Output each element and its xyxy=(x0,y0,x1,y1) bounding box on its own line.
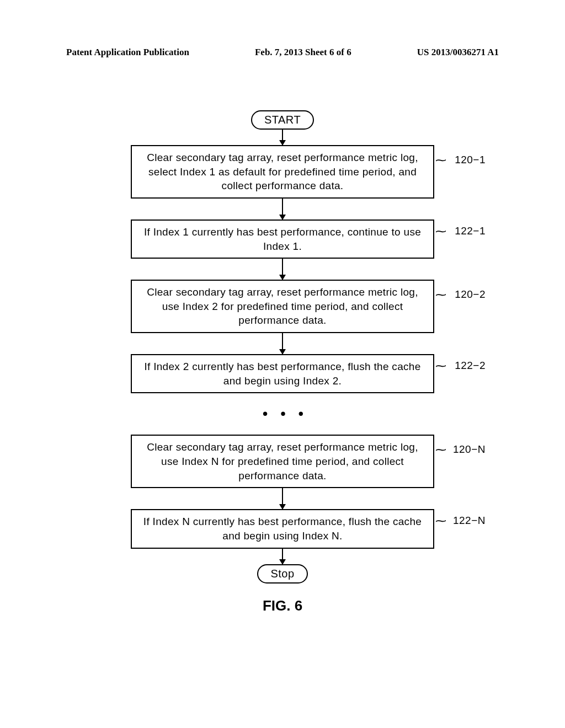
process-text: Clear secondary tag array, reset perform… xyxy=(147,286,418,326)
process-step-122-1: If Index 1 currently has best performanc… xyxy=(131,220,434,259)
process-step-122-N: If Index N currently has best performanc… xyxy=(131,509,434,548)
arrow-icon xyxy=(282,488,283,509)
process-text: If Index N currently has best performanc… xyxy=(143,516,422,542)
start-terminal: START xyxy=(251,110,314,130)
flowchart-container: START Clear secondary tag array, reset p… xyxy=(131,110,434,614)
figure-caption: FIG. 6 xyxy=(263,597,302,614)
stop-terminal: Stop xyxy=(257,564,307,584)
reference-label: 122−2 xyxy=(455,358,486,373)
process-step-122-2: If Index 2 currently has best performanc… xyxy=(131,354,434,393)
process-text: Clear secondary tag array, reset perform… xyxy=(147,152,418,191)
tilde-icon: ⁓ xyxy=(435,287,446,302)
reference-label: 120−1 xyxy=(455,153,486,167)
arrow-icon xyxy=(282,199,283,220)
process-text: If Index 2 currently has best performanc… xyxy=(144,361,420,387)
process-text: If Index 1 currently has best performanc… xyxy=(144,226,421,252)
tilde-icon: ⁓ xyxy=(435,358,446,373)
process-text: Clear secondary tag array, reset perform… xyxy=(147,441,418,481)
arrow-icon xyxy=(282,549,283,564)
process-step-120-2: Clear secondary tag array, reset perform… xyxy=(131,280,434,333)
arrow-icon xyxy=(282,130,283,145)
process-step-120-1: Clear secondary tag array, reset perform… xyxy=(131,145,434,199)
ellipsis-continuation: • • • xyxy=(257,405,308,422)
page-header: Patent Application Publication Feb. 7, 2… xyxy=(0,47,565,58)
reference-label: 120−N xyxy=(453,442,486,457)
header-date-sheet: Feb. 7, 2013 Sheet 6 of 6 xyxy=(255,47,351,58)
arrow-icon xyxy=(282,259,283,280)
tilde-icon: ⁓ xyxy=(435,153,446,168)
reference-label: 122−N xyxy=(453,513,486,528)
process-step-120-N: Clear secondary tag array, reset perform… xyxy=(131,435,434,488)
tilde-icon: ⁓ xyxy=(435,513,446,528)
tilde-icon: ⁓ xyxy=(435,442,446,457)
reference-label: 120−2 xyxy=(455,287,486,302)
arrow-icon xyxy=(282,333,283,354)
header-publication: Patent Application Publication xyxy=(66,47,189,58)
header-application-number: US 2013/0036271 A1 xyxy=(417,47,499,58)
reference-label: 122−1 xyxy=(455,224,486,238)
tilde-icon: ⁓ xyxy=(435,224,446,239)
